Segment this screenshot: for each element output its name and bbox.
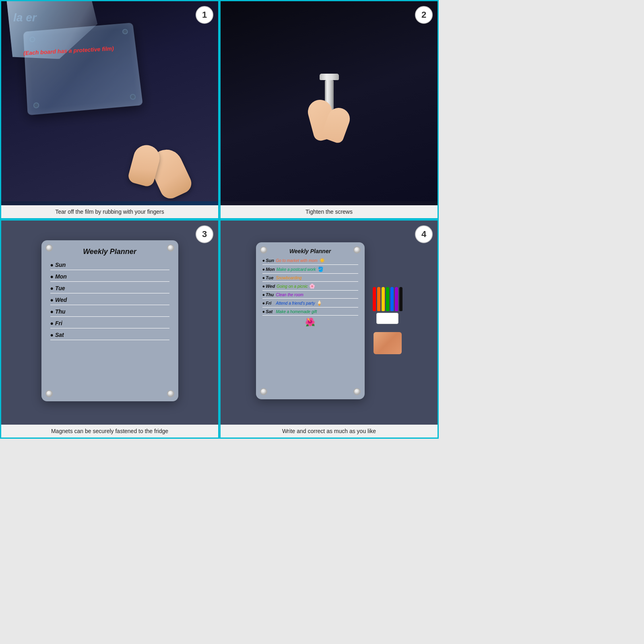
caption-2: Tighten the screws: [221, 205, 438, 218]
hole-tr: [122, 29, 128, 34]
screw-scene: [320, 74, 339, 129]
day-fri: Fri: [50, 320, 169, 330]
hole-br: [130, 94, 136, 100]
empty-planner-title: Weekly Planner: [50, 248, 169, 256]
filled-label-wed: Wed: [262, 284, 275, 289]
caption-4: Write and correct as much as you like: [221, 425, 438, 438]
filled-planner-board: Weekly Planner Sun Go to market with mom…: [256, 242, 365, 399]
marker-green: [386, 287, 389, 311]
panel-2: 2 Tighten the screws: [219, 0, 439, 219]
day-wed: Wed: [50, 297, 169, 307]
day-mon: Mon: [50, 273, 169, 283]
panel-2-image: [221, 1, 438, 201]
marker-black: [399, 287, 402, 311]
filled-label-tue: Tue: [262, 275, 275, 280]
day-label-sun: Sun: [50, 262, 169, 268]
bottom-icon: 🌺: [262, 317, 358, 327]
filled-task-thu: Clean the room: [276, 293, 303, 297]
filled-day-thu: Thu Clean the room: [262, 292, 358, 297]
markers-container: [373, 287, 402, 324]
marker-orange: [377, 287, 380, 311]
day-label-wed: Wed: [50, 297, 169, 303]
marker-purple: [395, 287, 398, 311]
filled-screw-br: [353, 388, 361, 395]
marker-blue: [390, 287, 394, 311]
eraser-block: [376, 313, 398, 324]
filled-task-tue: Snowboarding: [276, 276, 302, 280]
filled-screw-tr: [353, 246, 361, 254]
filled-task-wed: Going on a picnic: [277, 284, 308, 289]
marker-yellow: [382, 287, 385, 311]
panel-1: la er (Each board has a protective film)…: [0, 0, 219, 219]
cleaning-cloth: [374, 332, 402, 354]
marker-red: [373, 287, 376, 311]
filled-day-sun: Sun Go to market with mom ☀️: [262, 258, 358, 263]
filled-icon-mon: 🪣: [318, 266, 324, 272]
day-label-thu: Thu: [50, 308, 169, 315]
hole-bl: [33, 102, 39, 109]
filled-day-fri: Fri Attend a friend's party 🍦: [262, 300, 358, 306]
panel-3-content: Weekly Planner Sun Mon Tue Wed Thu: [1, 221, 218, 421]
caption-1: Tear off the film by rubbing with your f…: [1, 205, 218, 218]
bolt-head: [320, 74, 339, 80]
filled-label-mon: Mon: [262, 267, 275, 272]
day-label-mon: Mon: [50, 273, 169, 280]
day-sun: Sun: [50, 262, 169, 272]
panel-1-image: la er (Each board has a protective film): [1, 1, 218, 201]
filled-task-sat: Make a homemade gift: [276, 310, 317, 314]
screw-tl: [45, 244, 53, 252]
day-label-sat: Sat: [50, 332, 169, 338]
filled-task-mon: Make a postcard work: [277, 267, 316, 272]
filled-day-mon: Mon Make a postcard work 🪣: [262, 266, 358, 272]
filled-planner-title: Weekly Planner: [262, 248, 358, 254]
panel-4: Weekly Planner Sun Go to market with mom…: [219, 219, 439, 439]
panel-4-content: Weekly Planner Sun Go to market with mom…: [221, 221, 438, 421]
filled-task-sun: Go to market with mom: [276, 258, 318, 263]
filled-screw-tl: [260, 246, 267, 254]
day-label-fri: Fri: [50, 320, 169, 326]
filled-label-thu: Thu: [262, 292, 275, 297]
filled-day-wed: Wed Going on a picnic 🌸: [262, 283, 358, 289]
screw-bl: [45, 390, 53, 397]
empty-planner-board: Weekly Planner Sun Mon Tue Wed Thu: [41, 240, 178, 401]
accessories-column: [373, 287, 402, 354]
panel-3: Weekly Planner Sun Mon Tue Wed Thu: [0, 219, 219, 439]
day-thu: Thu: [50, 308, 169, 318]
filled-task-fri: Attend a friend's party: [276, 301, 315, 305]
screw-tr: [167, 244, 174, 252]
fingers-holding: [306, 101, 352, 141]
day-sat: Sat: [50, 332, 169, 342]
filled-icon-fri: 🍦: [316, 300, 322, 306]
caption-3: Magnets can be securely fastened to the …: [1, 425, 218, 438]
step-number-2: 2: [415, 6, 433, 24]
step-number-4: 4: [415, 225, 433, 243]
day-label-tue: Tue: [50, 285, 169, 291]
markers-group: [373, 287, 402, 311]
filled-day-tue: Tue Snowboarding: [262, 275, 358, 280]
filled-icon-wed: 🌸: [309, 283, 315, 289]
filled-label-sat: Sat: [262, 309, 275, 314]
filled-label-sun: Sun: [262, 258, 275, 263]
filled-icon-sun: ☀️: [319, 258, 325, 263]
filled-day-sat: Sat Make a homemade gift: [262, 309, 358, 314]
day-tue: Tue: [50, 285, 169, 295]
step-number-3: 3: [196, 225, 213, 243]
filled-screw-bl: [260, 388, 267, 395]
screw-br: [167, 390, 174, 397]
step-number-1: 1: [196, 6, 213, 24]
filled-label-fri: Fri: [262, 301, 275, 305]
